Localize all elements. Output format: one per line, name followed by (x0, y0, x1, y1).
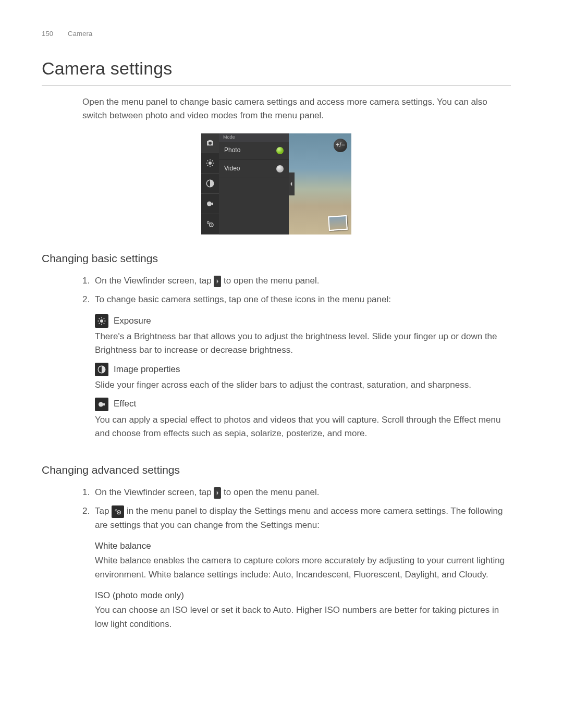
image-properties-icon (201, 174, 219, 194)
feature-label: Image properties (114, 363, 180, 376)
svg-point-12 (118, 512, 119, 513)
radio-unselected-icon (276, 165, 284, 172)
feature-description: There's a Brightness bar that allows you… (95, 330, 511, 357)
text-fragment: in the menu panel to display the Setting… (95, 506, 503, 529)
svg-rect-3 (212, 203, 213, 205)
feature-label: Exposure (114, 314, 151, 328)
feature-effect: Effect You can apply a special effect to… (95, 397, 511, 446)
svg-point-6 (207, 221, 209, 224)
adv-item-title: ISO (photo mode only) (95, 589, 511, 602)
page-header: 150 Camera (42, 29, 511, 39)
camera-mode-panel: Mode Photo Video (219, 133, 289, 235)
effect-icon (201, 194, 219, 214)
text-fragment: On the Viewfinder screen, tap (95, 487, 214, 497)
feature-exposure: Exposure There's a Brightness bar that a… (95, 314, 511, 363)
text-fragment: to open the menu panel. (224, 276, 319, 286)
intro-paragraph: Open the menu panel to change basic came… (82, 95, 511, 123)
advanced-steps-list: On the Viewfinder screen, tap to open th… (82, 486, 511, 532)
settings-gear-icon (112, 505, 124, 518)
settings-gear-icon (201, 214, 219, 235)
advanced-step-2: Tap in the menu panel to display the Set… (82, 504, 511, 532)
svg-point-9 (99, 402, 103, 406)
svg-point-0 (209, 162, 212, 165)
feature-description: You can apply a special effect to photos… (95, 413, 511, 441)
effect-icon (95, 398, 108, 411)
panel-collapse-icon (289, 172, 295, 195)
advanced-settings-heading: Changing advanced settings (42, 462, 511, 479)
page-title: Camera settings (42, 55, 511, 82)
camera-menu-screenshot: Mode Photo Video +/− (201, 133, 351, 235)
basic-steps-list: On the Viewfinder screen, tap to open th… (82, 274, 511, 307)
document-page: 150 Camera Camera settings Open the menu… (0, 0, 563, 728)
adv-item-desc: White balance enables the camera to capt… (95, 554, 511, 582)
radio-selected-icon (276, 147, 284, 154)
mode-row-video: Video (219, 160, 289, 178)
menu-open-chevron-icon (214, 276, 221, 287)
basic-settings-heading: Changing basic settings (42, 250, 511, 267)
basic-features: Exposure There's a Brightness bar that a… (82, 314, 511, 446)
gallery-thumbnail-icon (328, 215, 348, 230)
svg-point-7 (100, 319, 103, 323)
adv-item-desc: You can choose an ISO level or set it ba… (95, 603, 511, 631)
svg-rect-10 (103, 403, 105, 405)
page-section: Camera (68, 30, 92, 38)
exposure-icon (95, 314, 108, 328)
text-fragment: On the Viewfinder screen, tap (95, 276, 214, 286)
adv-item-title: White balance (95, 539, 511, 553)
svg-point-2 (207, 201, 212, 206)
mode-header: Mode (219, 133, 289, 142)
mode-row-photo: Photo (219, 142, 289, 160)
feature-label: Effect (114, 397, 136, 411)
text-fragment: to open the menu panel. (224, 487, 319, 497)
svg-point-5 (211, 224, 212, 225)
basic-step-2: To change basic camera settings, tap one… (82, 293, 511, 306)
menu-open-chevron-icon (214, 487, 221, 499)
svg-point-13 (115, 510, 117, 511)
advanced-step-1: On the Viewfinder screen, tap to open th… (82, 486, 511, 499)
mode-label: Video (224, 164, 240, 174)
advanced-items: White balance White balance enables the … (82, 539, 511, 631)
title-rule (42, 85, 511, 86)
camera-mode-icon (201, 133, 219, 154)
basic-step-1: On the Viewfinder screen, tap to open th… (82, 274, 511, 288)
image-properties-icon (95, 363, 108, 376)
feature-image-properties: Image properties Slide your finger acros… (95, 363, 511, 398)
exposure-icon (201, 153, 219, 174)
camera-sidebar (201, 133, 219, 235)
feature-description: Slide your finger across each of the sli… (95, 378, 511, 392)
mode-label: Photo (224, 145, 240, 155)
page-number: 150 (42, 30, 53, 38)
text-fragment: Tap (95, 506, 112, 516)
camera-viewfinder: +/− (289, 133, 351, 235)
ev-badge: +/− (334, 139, 347, 152)
